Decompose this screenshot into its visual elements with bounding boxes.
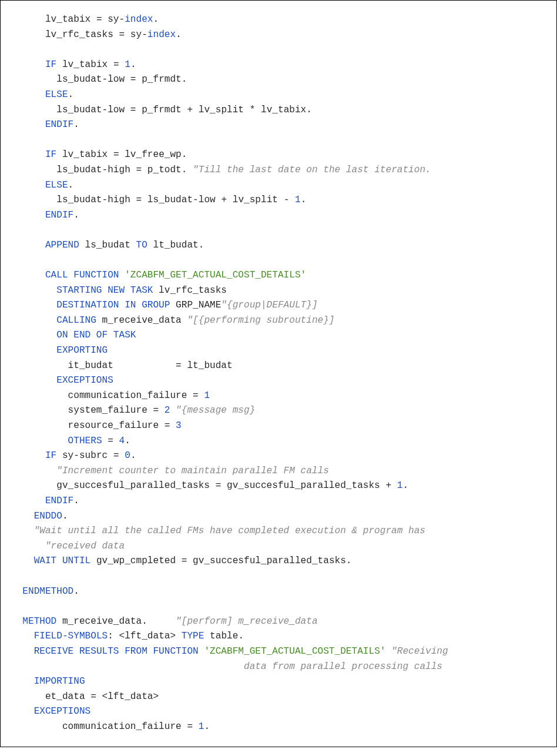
code-token: ls_budat xyxy=(11,105,102,115)
code-token: it_budat xyxy=(11,360,176,371)
code-token: IF xyxy=(45,450,56,461)
code-token: . xyxy=(402,480,408,491)
code-token: ON END OF TASK xyxy=(56,330,136,340)
code-token: RECEIVE RESULTS FROM FUNCTION xyxy=(34,646,204,657)
code-token xyxy=(11,466,56,476)
code-token: = xyxy=(165,420,176,431)
code-token: high xyxy=(108,195,136,205)
code-page: lv_tabix = sy-index. lv_rfc_tasks = sy-i… xyxy=(0,0,557,747)
code-token xyxy=(11,345,56,356)
code-token: low xyxy=(108,105,130,115)
code-token xyxy=(11,180,45,190)
code-token: 2 xyxy=(165,405,176,416)
code-token: "Receiving xyxy=(391,646,448,657)
code-token: ENDDO xyxy=(34,511,62,521)
code-token: 4 xyxy=(119,436,125,446)
code-token: = xyxy=(119,29,130,40)
code-token: lv_tabix xyxy=(261,105,306,115)
code-token: FIELD-SYMBOLS xyxy=(34,631,108,641)
code-token: "{group|DEFAULT}] xyxy=(221,300,317,310)
code-token: 1 xyxy=(204,390,210,401)
code-token xyxy=(11,526,34,536)
code-token: + xyxy=(221,195,232,205)
code-token xyxy=(11,210,45,220)
code-token: . xyxy=(199,240,204,250)
code-token: + xyxy=(385,480,397,491)
code-token: = xyxy=(182,556,193,566)
code-token xyxy=(11,285,56,296)
code-token: sy xyxy=(108,14,119,25)
code-token: + xyxy=(187,105,198,115)
code-token: p_frmdt xyxy=(142,105,187,115)
code-token: = xyxy=(113,59,125,70)
code-token: gv_wp_cmpleted xyxy=(90,556,182,566)
code-token: lt_budat xyxy=(187,360,232,371)
code-token: EXCEPTIONS xyxy=(56,375,113,386)
code-token: = xyxy=(187,721,198,732)
code-token xyxy=(11,436,68,446)
code-token: "Increment counter to maintain parallel … xyxy=(56,466,329,476)
code-token: * xyxy=(250,105,261,115)
code-token: = xyxy=(130,105,142,115)
code-token: . xyxy=(142,616,176,627)
code-token: lv_tabix xyxy=(56,149,113,160)
code-token: - xyxy=(102,165,108,175)
code-token: - xyxy=(73,450,79,461)
code-token: system_failure xyxy=(11,405,153,416)
code-token: low xyxy=(199,195,222,205)
code-token: p_frmdt xyxy=(142,74,182,85)
code-token: . xyxy=(182,165,193,175)
code-token: IF xyxy=(45,149,56,160)
code-token: . xyxy=(176,29,182,40)
code-token: lv_tabix xyxy=(56,59,113,70)
code-token: = xyxy=(90,691,102,702)
code-token: 1 xyxy=(125,59,130,70)
code-token: sy xyxy=(56,450,73,461)
code-token xyxy=(11,616,22,627)
code-token xyxy=(11,119,45,130)
code-token: communication_failure xyxy=(11,390,193,401)
code-token: - xyxy=(284,195,295,205)
code-token xyxy=(11,149,45,160)
code-token: ELSE xyxy=(45,89,68,100)
code-token xyxy=(11,330,56,340)
code-token: gv_succesful_paralled_tasks xyxy=(193,556,346,566)
code-token: lv_free_wp xyxy=(125,149,182,160)
code-token: = xyxy=(136,195,147,205)
code-token: = xyxy=(136,165,147,175)
code-token: . xyxy=(306,105,312,115)
code-token: ls_budat xyxy=(11,165,102,175)
code-token: lv_rfc_tasks xyxy=(153,285,227,296)
code-token: table xyxy=(204,631,238,641)
code-token: . xyxy=(238,631,244,641)
code-token: METHOD xyxy=(22,616,56,627)
code-token: - xyxy=(102,195,108,205)
code-token: . xyxy=(301,195,307,205)
code-token: ELSE xyxy=(45,180,68,190)
code-token: "[perform] m_receive_data xyxy=(176,616,317,627)
code-token: ENDMETHOD xyxy=(22,586,73,597)
code-token: = xyxy=(176,360,187,371)
code-token: . xyxy=(73,496,79,506)
code-token: . xyxy=(130,59,136,70)
code-token: ENDIF xyxy=(45,496,73,506)
code-token: = xyxy=(113,149,125,160)
code-token xyxy=(11,676,34,687)
code-token: - xyxy=(193,195,199,205)
code-token xyxy=(11,646,34,657)
code-token: ls_budat xyxy=(11,74,102,85)
code-token: data from parallel processing calls xyxy=(244,661,442,672)
code-token: ls_budat xyxy=(79,240,136,250)
code-token xyxy=(11,496,45,506)
code-token: IMPORTING xyxy=(34,676,85,687)
code-token: <lft_data> xyxy=(102,691,159,702)
code-token: . xyxy=(73,210,79,220)
code-token: m_receive_data xyxy=(96,315,187,326)
code-token: . xyxy=(182,149,187,160)
code-token: OTHERS xyxy=(68,436,108,446)
code-token: 'ZCABFM_GET_ACTUAL_COST_DETAILS' xyxy=(204,646,391,657)
code-token: 0 xyxy=(125,450,130,461)
code-token xyxy=(11,661,244,672)
code-token: = xyxy=(113,450,125,461)
code-token xyxy=(11,541,45,551)
